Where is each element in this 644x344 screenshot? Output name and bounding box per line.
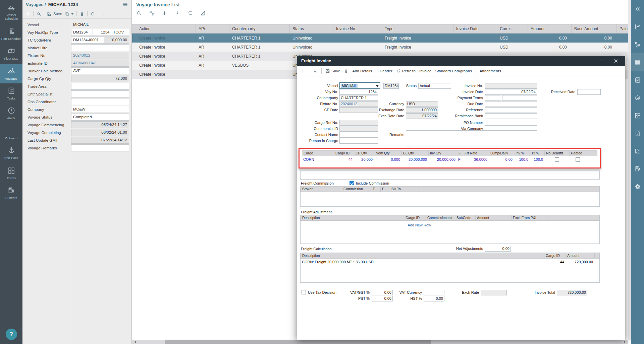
field-value[interactable]: 1234	[93, 29, 111, 36]
column-header-inv-qty[interactable]: Inv Qty	[429, 151, 457, 156]
field-value[interactable]	[71, 90, 129, 97]
column-header-amount[interactable]: Amount	[528, 24, 572, 33]
sidebar-item-forms[interactable]: Forms	[0, 163, 22, 183]
column-header-action[interactable]: Action	[132, 24, 196, 33]
save-button[interactable]: Save	[325, 69, 340, 73]
sidebar-item-voyages[interactable]: Voyages	[0, 64, 22, 83]
field-value[interactable]: ADM-000047	[71, 60, 129, 67]
sidebar-item-fleet-map[interactable]: Fleet Map	[0, 44, 22, 63]
right-sidebar-item-document-icon[interactable]	[631, 124, 644, 142]
standard-paragraphs-button[interactable]: Standard Paragraphs	[435, 69, 472, 73]
sidebar-item-port-calls[interactable]: Port Calls	[0, 143, 22, 163]
received-date-field[interactable]	[577, 89, 601, 95]
column-header-cargo-id[interactable]: Cargo ID	[334, 151, 354, 156]
column-header-no-deadfrt[interactable]: No Deadfrt	[545, 151, 570, 156]
horizontal-scrollbar[interactable]	[132, 340, 628, 344]
add-details-button[interactable]: Add Details	[352, 69, 372, 73]
field-value[interactable]: AVE	[71, 67, 129, 74]
include-commission-checkbox[interactable]	[350, 181, 354, 185]
sidebar-item-vessel-schedule[interactable]: Vessel Schedule	[0, 0, 22, 24]
help-button[interactable]: ?	[6, 329, 17, 340]
right-sidebar-item-checklist-icon[interactable]	[631, 71, 644, 89]
person-in-charge-field[interactable]	[339, 138, 378, 144]
column-header-base-amount[interactable]: Base Amount	[572, 24, 617, 33]
remittance-bank-field[interactable]	[485, 113, 537, 119]
scroll-right-icon[interactable]	[624, 341, 627, 343]
column-header-cargo-id[interactable]: Cargo ID	[544, 253, 566, 258]
field-value[interactable]: MICHAIL	[71, 21, 129, 28]
grid-cell[interactable]: F	[457, 157, 463, 161]
field-value[interactable]	[71, 98, 129, 105]
grid-cell[interactable]	[544, 157, 569, 162]
due-date-field[interactable]	[485, 101, 537, 107]
no-deadfrt-checkbox[interactable]	[555, 157, 559, 162]
scroll-thumb[interactable]	[165, 340, 431, 344]
sidebar-item-port-schedule[interactable]: Port Schedule	[0, 24, 22, 44]
column-header-invoice-no[interactable]: Invoice No.	[333, 24, 382, 33]
grid-cell[interactable]: 20,000.000	[401, 157, 428, 161]
minimize-icon[interactable]	[598, 58, 604, 64]
breadcrumb[interactable]: Voyages /	[26, 2, 46, 7]
column-header-curre[interactable]: Curre...	[497, 24, 528, 33]
right-sidebar-item-data-table-icon[interactable]	[631, 53, 644, 71]
field-value[interactable]	[71, 83, 129, 90]
add-button[interactable]	[162, 10, 167, 16]
search-button[interactable]	[313, 69, 318, 73]
grid-cell[interactable]: CORN	[302, 157, 334, 161]
measure-button[interactable]	[200, 10, 206, 16]
hamburger-menu-icon[interactable]	[122, 2, 128, 7]
use-tax-decision-checkbox[interactable]	[302, 290, 306, 294]
copy-menu-button[interactable]	[65, 11, 74, 16]
grid-cell[interactable]: 20,000	[354, 157, 374, 161]
column-header-heated[interactable]: Heated	[570, 151, 586, 156]
delete-button[interactable]	[79, 11, 85, 16]
column-header-type[interactable]: Type	[382, 24, 453, 33]
column-header-cargo[interactable]: Cargo	[302, 151, 334, 156]
export-button[interactable]	[174, 10, 180, 16]
sidebar-item-bunkers[interactable]: Bunkers	[0, 183, 22, 203]
column-header-commissionable[interactable]: Commissionable	[426, 215, 455, 220]
sidebar-item-alerts[interactable]: Alerts	[0, 103, 22, 123]
fit-columns-button[interactable]	[149, 10, 155, 16]
field-value[interactable]: 20240012	[71, 52, 129, 59]
refresh-button[interactable]	[90, 11, 95, 16]
hst-field[interactable]: 0.00	[424, 296, 444, 301]
column-header-ttl[interactable]: Ttl %	[530, 151, 545, 156]
vessel-select[interactable]: MICHAIL	[339, 82, 380, 89]
reference-field[interactable]	[485, 107, 537, 113]
search-button[interactable]	[136, 10, 142, 16]
field-value[interactable]: 07/22/24 14:12	[71, 137, 129, 144]
column-header-inv[interactable]: Inv %	[514, 151, 530, 156]
attachments-button[interactable]: Attachments	[480, 69, 501, 73]
field-value[interactable]: 72,000	[71, 75, 129, 82]
heated-checkbox[interactable]	[576, 157, 580, 162]
add-new-row-link[interactable]: Add New Row	[391, 223, 448, 227]
right-sidebar-item-notepad-icon[interactable]	[631, 160, 644, 178]
undo-button[interactable]	[187, 10, 193, 16]
table-row[interactable]: Create InvoiceARCHARTERER 1UninvoicedFre…	[132, 33, 628, 43]
column-header-bl-qty[interactable]: BL Qty	[402, 151, 429, 156]
column-header-description[interactable]: Description	[301, 215, 404, 220]
column-header-ap[interactable]: AP/...	[196, 24, 229, 33]
add-button[interactable]	[301, 69, 305, 73]
column-header-invoice-date[interactable]: Invoice Date	[453, 24, 497, 33]
column-header-cargo-id[interactable]: Cargo ID	[404, 215, 426, 220]
column-header-excl-from-p-l[interactable]: Excl. From P&L	[512, 215, 548, 220]
right-sidebar-item-settings-icon[interactable]	[631, 178, 644, 195]
search-button[interactable]	[36, 11, 41, 16]
vat-currency-field[interactable]	[424, 290, 444, 295]
payment-terms-code-field[interactable]	[485, 95, 501, 101]
grid-cell[interactable]: 100.0	[530, 157, 544, 161]
refresh-button[interactable]: Refresh	[396, 69, 416, 73]
pst-field[interactable]: 0.00	[372, 296, 393, 301]
field-value[interactable]	[71, 144, 129, 151]
invoice-button[interactable]: Invoice	[419, 69, 431, 73]
right-sidebar-item-pages-icon[interactable]	[631, 107, 644, 124]
grid-cell[interactable]: 20,000.000	[428, 157, 457, 161]
field-value[interactable]: Completed	[71, 114, 129, 121]
field-value[interactable]: 06/02/24 01:00	[71, 129, 129, 136]
field-value[interactable]	[71, 44, 129, 51]
column-header-lump-daily[interactable]: Lump/Daily	[489, 151, 514, 156]
remarks-field[interactable]	[406, 130, 537, 146]
save-button[interactable]: Save	[47, 11, 62, 16]
